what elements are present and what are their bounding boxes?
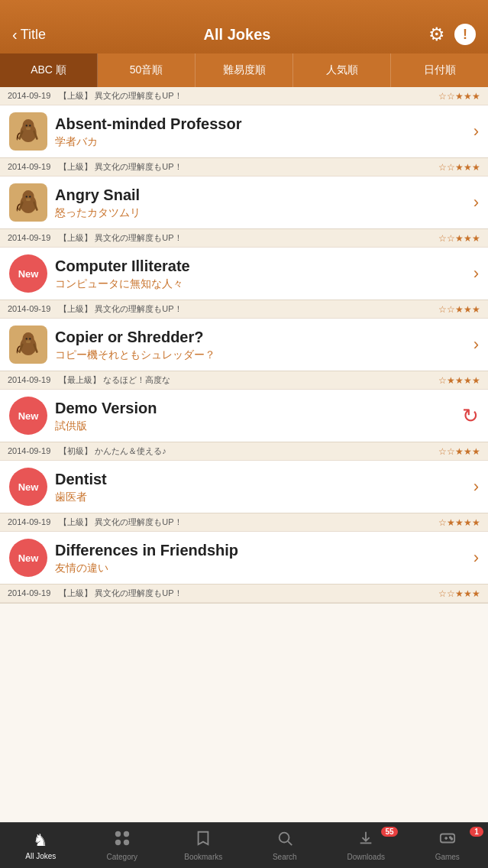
joke-content: Dentist 歯医者 <box>47 470 473 504</box>
joke-content: Copier or Shredder? コピー機それともシュレッダー？ <box>47 328 473 362</box>
joke-stars: ☆☆★★★ <box>438 162 480 173</box>
settings-icon[interactable]: ⚙ <box>428 24 445 45</box>
joke-title-japanese: 歯医者 <box>55 491 466 504</box>
joke-item[interactable]: New Dentist 歯医者 › <box>0 461 488 513</box>
bookmarks-label: Bookmarks <box>184 853 222 861</box>
svg-point-30 <box>124 840 129 845</box>
joke-group: 2014-09-19 【上級】 異文化の理解度もUP！ ☆☆★★★ Copier… <box>0 300 488 371</box>
tab-abc[interactable]: ABC 順 <box>0 53 98 87</box>
games-badge: 1 <box>470 827 483 837</box>
joke-title-english: Dentist <box>55 470 466 488</box>
search-icon <box>276 830 293 851</box>
back-label: Title <box>21 27 46 43</box>
svg-point-31 <box>279 833 289 843</box>
joke-item[interactable]: Copier or Shredder? コピー機それともシュレッダー？ › <box>0 319 488 371</box>
chevron-right-icon: › <box>473 193 479 212</box>
tab-bar-downloads[interactable]: 55 Downloads <box>325 830 407 861</box>
joke-date-level: 2014-09-19 【上級】 異文化の理解度もUP！ <box>8 90 438 102</box>
tab-popular[interactable]: 人気順 <box>293 53 391 87</box>
chevron-right-icon: › <box>473 477 479 497</box>
category-icon <box>114 830 131 851</box>
joke-stars: ☆★★★★ <box>438 517 480 528</box>
joke-item[interactable]: New Demo Version 試供版 ↻ <box>0 390 488 442</box>
joke-item[interactable]: New Differences in Friendship 友情の違い › <box>0 532 488 584</box>
svg-point-23 <box>29 338 31 339</box>
joke-date-level-partial: 2014-09-19 【上級】 異文化の理解度もUP！ <box>8 588 438 599</box>
jokes-list: 2014-09-19 【上級】 異文化の理解度もUP！ ☆☆★★★ Absent… <box>0 87 488 822</box>
joke-stars: ☆☆★★★ <box>438 446 480 457</box>
refresh-icon[interactable]: ↻ <box>462 404 479 428</box>
tab-50on[interactable]: 50音順 <box>98 53 196 87</box>
downloads-badge: 55 <box>381 827 397 837</box>
joke-stars: ☆☆★★★ <box>438 233 480 244</box>
svg-point-27 <box>115 831 121 837</box>
joke-group: 2014-09-19 【初級】 かんたん＆使える♪ ☆☆★★★ New Dent… <box>0 442 488 513</box>
svg-point-13 <box>26 196 27 197</box>
tab-bar-category[interactable]: Category <box>82 830 163 861</box>
joke-title-english: Absent-minded Professor <box>55 115 466 133</box>
chevron-right-icon: › <box>473 335 479 355</box>
tab-bar-all-jokes[interactable]: ♞ All Jokes <box>0 831 82 860</box>
joke-item[interactable]: Absent-minded Professor 学者バカ › <box>0 105 488 157</box>
joke-date-level: 2014-09-19 【上級】 異文化の理解度もUP！ <box>8 161 438 173</box>
horse-avatar <box>9 183 47 222</box>
joke-stars-partial: ☆☆★★★ <box>438 588 480 599</box>
joke-group-partial: 2014-09-19 【上級】 異文化の理解度もUP！ ☆☆★★★ <box>0 585 488 604</box>
new-avatar: New <box>9 397 47 435</box>
tab-difficulty[interactable]: 難易度順 <box>196 53 293 87</box>
joke-group: 2014-09-19 【上級】 異文化の理解度もUP！ ☆☆★★★ Angry … <box>0 158 488 229</box>
joke-meta: 2014-09-19 【上級】 異文化の理解度もUP！ ☆☆★★★ <box>0 158 488 177</box>
joke-date-level: 2014-09-19 【最上級】 なるほど！高度な <box>8 374 438 386</box>
games-icon <box>439 830 456 851</box>
joke-item[interactable]: Angry Snail 怒ったカタツムリ › <box>0 177 488 228</box>
joke-title-japanese: 学者バカ <box>55 135 466 149</box>
tab-bar-games[interactable]: 1 Games <box>407 830 489 861</box>
back-button[interactable]: ‹ Title <box>12 26 46 44</box>
category-label: Category <box>106 853 137 861</box>
joke-meta: 2014-09-19 【最上級】 なるほど！高度な ☆★★★★ <box>0 371 488 390</box>
downloads-label: Downloads <box>347 853 385 861</box>
joke-group: 2014-09-19 【上級】 異文化の理解度もUP！ ☆☆★★★ Absent… <box>0 87 488 158</box>
joke-meta-partial: 2014-09-19 【上級】 異文化の理解度もUP！ ☆☆★★★ <box>0 585 488 603</box>
new-avatar: New <box>9 468 47 506</box>
header: ‹ Title All Jokes ⚙ ! <box>0 0 488 53</box>
new-avatar: New <box>9 254 47 293</box>
joke-content: Computer Illiterate コンピュータに無知な人々 <box>47 257 473 291</box>
svg-point-37 <box>451 838 452 840</box>
joke-date-level: 2014-09-19 【初級】 かんたん＆使える♪ <box>8 445 438 457</box>
chevron-right-icon: › <box>473 121 479 141</box>
joke-group: 2014-09-19 【最上級】 なるほど！高度な ☆★★★★ New Demo… <box>0 371 488 442</box>
joke-content: Absent-minded Professor 学者バカ <box>47 115 473 149</box>
tab-bar-bookmarks[interactable]: Bookmarks <box>163 830 244 861</box>
joke-title-japanese: 友情の違い <box>55 562 466 575</box>
tab-bar-search[interactable]: Search <box>244 830 326 861</box>
svg-point-28 <box>124 831 129 837</box>
joke-title-japanese: コピー機それともシュレッダー？ <box>55 348 466 362</box>
joke-content: Demo Version 試供版 <box>47 399 462 433</box>
new-avatar: New <box>9 539 47 577</box>
joke-group: 2014-09-19 【上級】 異文化の理解度もUP！ ☆★★★★ New Di… <box>0 513 488 585</box>
joke-meta: 2014-09-19 【初級】 かんたん＆使える♪ ☆☆★★★ <box>0 442 488 461</box>
joke-stars: ☆☆★★★ <box>438 304 480 315</box>
page-title: All Jokes <box>204 26 271 44</box>
joke-date-level: 2014-09-19 【上級】 異文化の理解度もUP！ <box>8 303 438 315</box>
horse-avatar <box>9 326 47 364</box>
bottom-tab-bar: ♞ All Jokes Category Bookmarks Search 55… <box>0 822 488 868</box>
svg-point-6 <box>26 127 31 130</box>
tab-date[interactable]: 日付順 <box>391 53 488 87</box>
joke-title-japanese: 試供版 <box>55 419 454 433</box>
joke-stars: ☆☆★★★ <box>438 91 480 102</box>
bookmarks-icon <box>195 830 212 851</box>
svg-point-15 <box>26 198 31 201</box>
joke-date-level: 2014-09-19 【上級】 異文化の理解度もUP！ <box>8 232 438 244</box>
svg-point-5 <box>29 125 31 126</box>
joke-item[interactable]: New Computer Illiterate コンピュータに無知な人々 › <box>0 248 488 300</box>
alert-icon[interactable]: ! <box>454 24 476 45</box>
joke-meta: 2014-09-19 【上級】 異文化の理解度もUP！ ☆☆★★★ <box>0 229 488 248</box>
joke-meta: 2014-09-19 【上級】 異文化の理解度もUP！ ☆★★★★ <box>0 513 488 532</box>
svg-point-14 <box>29 196 31 197</box>
joke-group: 2014-09-19 【上級】 異文化の理解度もUP！ ☆☆★★★ New Co… <box>0 229 488 300</box>
joke-content: Differences in Friendship 友情の違い <box>47 541 473 575</box>
all-jokes-icon: ♞ <box>33 831 48 850</box>
joke-title-english: Angry Snail <box>55 186 466 204</box>
